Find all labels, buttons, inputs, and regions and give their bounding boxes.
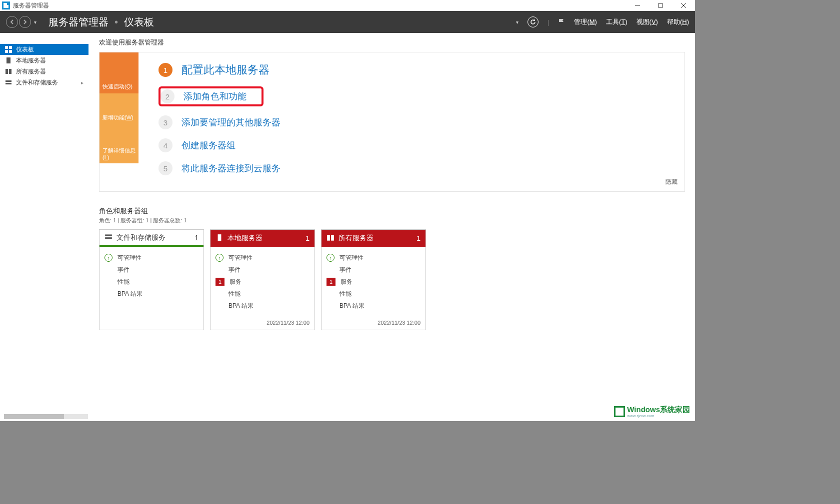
disk-icon [104,233,112,242]
back-button[interactable] [6,16,18,28]
tile-footer [100,323,204,330]
svg-rect-12 [6,83,12,84]
svg-rect-6 [5,50,8,53]
alert-badge: 1 [326,278,336,286]
view-menu[interactable]: 视图(V) [636,17,658,26]
whats-new-label: 新增功能(W) [102,114,134,121]
welcome-panel: 快速启动(Q) 新增功能(W) 了解详细信息(L) 1 配置此本地服务器 [99,52,685,192]
svg-rect-16 [327,235,330,240]
close-button[interactable] [672,0,695,11]
roles-section-title: 角色和服务器组 [99,207,685,216]
tile-title: 本地服务器 [228,234,262,243]
sidebar-scrollbar[interactable] [4,414,88,419]
step-number: 2 [160,89,174,103]
nav-history-dropdown[interactable]: ▾ [34,19,36,25]
svg-rect-15 [218,234,222,241]
tile-row[interactable]: 1服务 [326,276,420,288]
status-ok-icon: ↑ [104,254,112,262]
tile-all-servers[interactable]: 所有服务器 1 ↑可管理性 事件 1服务 性能 BPA 结果 2022/11/2… [321,229,426,330]
tile-header: 所有服务器 1 [322,230,426,247]
quick-start-label: 快速启动(Q) [102,83,132,90]
dashboard-icon [5,46,12,53]
tile-row[interactable]: BPA 结果 [104,288,198,300]
breadcrumb-sep-icon: • [114,16,118,28]
tile-footer: 2022/11/23 12:00 [210,317,314,330]
whats-new-tab[interactable]: 新增功能(W) [100,93,138,124]
chevron-right-icon: ▸ [81,80,84,85]
sidebar-item-label: 文件和存储服务 [16,78,58,87]
tile-row[interactable]: BPA 结果 [326,300,420,312]
svg-rect-1 [658,3,662,7]
breadcrumb: 服务器管理器 • 仪表板 [48,15,154,29]
step-link: 添加要管理的其他服务器 [182,116,280,128]
servers-icon [326,234,334,243]
tile-row[interactable]: 事件 [104,264,198,276]
breadcrumb-current: 仪表板 [124,15,154,29]
watermark-icon [614,406,625,417]
tile-count: 1 [306,234,310,242]
step-add-servers[interactable]: 3 添加要管理的其他服务器 [158,115,674,129]
step-cloud-connect[interactable]: 5 将此服务器连接到云服务 [158,161,674,175]
welcome-side-tabs: 快速启动(Q) 新增功能(W) 了解详细信息(L) [100,52,138,191]
forward-button[interactable] [19,16,31,28]
learn-more-label: 了解详细信息(L) [102,147,136,160]
tile-body: ↑可管理性 事件 1服务 性能 BPA 结果 [210,247,314,317]
tile-row[interactable]: 事件 [216,264,310,276]
manage-menu[interactable]: 管理(M) [574,17,597,26]
step-create-group[interactable]: 4 创建服务器组 [158,138,674,152]
status-ok-icon: ↑ [326,254,334,262]
tile-local-server[interactable]: 本地服务器 1 ↑可管理性 事件 1服务 性能 BPA 结果 2022/11/2… [210,229,315,330]
sidebar: 仪表板 本地服务器 所有服务器 文件和存储服务 ▸ [0,33,89,421]
header-actions: ▾ | 管理(M) 工具(T) 视图(V) 帮助(H) [520,16,689,27]
step-number: 4 [158,138,172,152]
sidebar-item-label: 本地服务器 [16,56,46,65]
svg-rect-9 [6,69,8,74]
sidebar-item-dashboard[interactable]: 仪表板 [0,44,88,55]
role-tiles: 文件和存储服务 1 ↑可管理性 事件 性能 BPA 结果 本地服 [99,229,685,330]
help-menu[interactable]: 帮助(H) [667,17,689,26]
tile-row[interactable]: ↑可管理性 [104,252,198,264]
tile-row[interactable]: 性能 [104,276,198,288]
watermark-text: Windows系统家园 [627,405,690,414]
step-configure-server[interactable]: 1 配置此本地服务器 [158,62,674,77]
server-icon [5,57,12,64]
tile-file-storage[interactable]: 文件和存储服务 1 ↑可管理性 事件 性能 BPA 结果 [99,229,204,330]
tile-header: 本地服务器 1 [210,230,314,247]
tile-row[interactable]: ↑可管理性 [216,252,310,264]
titlebar: 服务器管理器 [0,0,695,11]
window-controls [626,0,695,11]
watermark-sub: www.rjzxw.com [627,414,690,418]
tile-row[interactable]: 1服务 [216,276,310,288]
sidebar-item-all-servers[interactable]: 所有服务器 [0,66,88,77]
hide-welcome-link[interactable]: 隐藏 [666,178,678,186]
step-number: 5 [158,161,172,175]
watermark: Windows系统家园 www.rjzxw.com [614,405,690,418]
learn-more-tab[interactable]: 了解详细信息(L) [100,124,138,163]
notifications-flag-icon[interactable] [558,18,565,26]
sidebar-item-file-storage[interactable]: 文件和存储服务 ▸ [0,77,88,88]
maximize-button[interactable] [649,0,672,11]
step-add-roles[interactable]: 2 添加角色和功能 [158,86,674,106]
step-link: 配置此本地服务器 [182,62,270,77]
app-title: 服务器管理器 [13,1,49,10]
svg-rect-7 [9,50,12,53]
tile-row[interactable]: ↑可管理性 [326,252,420,264]
tile-row[interactable]: 事件 [326,264,420,276]
tools-menu[interactable]: 工具(T) [606,17,628,26]
servers-icon [5,68,12,75]
quick-start-tab[interactable]: 快速启动(Q) [100,52,138,93]
content-area: 欢迎使用服务器管理器 快速启动(Q) 新增功能(W) 了解详细信息(L) 1 [89,33,695,421]
step-number: 1 [158,63,172,77]
minimize-button[interactable] [626,0,649,11]
refresh-dropdown-icon[interactable]: ▾ [516,19,518,25]
tile-row[interactable]: 性能 [216,288,310,300]
tile-row[interactable]: BPA 结果 [216,300,310,312]
alert-badge: 1 [216,278,224,286]
breadcrumb-root[interactable]: 服务器管理器 [48,15,108,29]
sidebar-item-local-server[interactable]: 本地服务器 [0,55,88,66]
tile-title: 所有服务器 [338,234,374,243]
tile-footer: 2022/11/23 12:00 [322,317,426,330]
refresh-button[interactable] [528,16,538,27]
welcome-steps: 1 配置此本地服务器 2 添加角色和功能 3 添加要管理的其他服务器 [138,52,684,191]
tile-row[interactable]: 性能 [326,288,420,300]
